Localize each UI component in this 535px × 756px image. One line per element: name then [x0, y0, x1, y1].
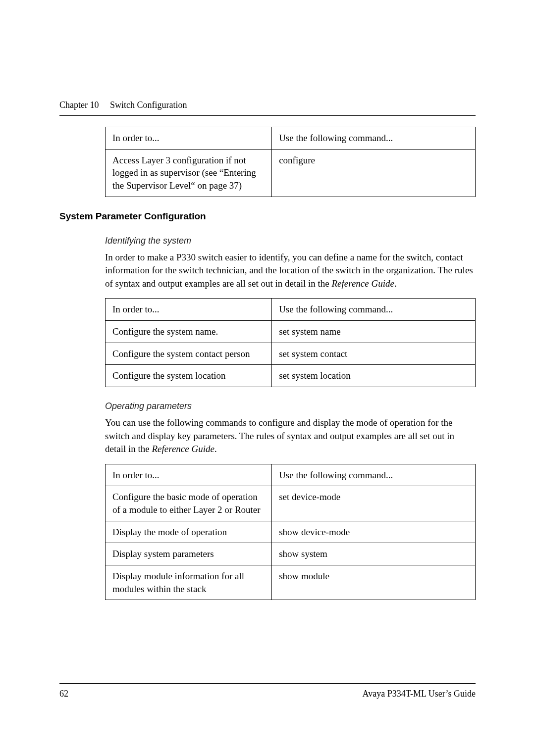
table-row: Configure the system location set system… — [106, 365, 476, 387]
paragraph-italic: Reference Guide — [152, 444, 214, 454]
table-header-row: In order to... Use the following command… — [106, 299, 476, 321]
table-cell: set device-mode — [272, 486, 476, 521]
paragraph-end: . — [394, 278, 397, 289]
body-paragraph: You can use the following commands to co… — [105, 416, 476, 456]
page-header: Chapter 10 Switch Configuration — [59, 100, 476, 110]
table-cell: set system location — [272, 365, 476, 387]
chapter-title: Switch Configuration — [110, 100, 187, 110]
table-cell: Configure the system contact person — [106, 343, 272, 365]
chapter-number: Chapter 10 — [59, 100, 99, 110]
paragraph-italic: Reference Guide — [331, 278, 394, 289]
table-header-row: In order to... Use the following command… — [106, 127, 476, 150]
table-cell: Configure the system name. — [106, 320, 272, 343]
paragraph-text: In order to make a P330 switch easier to… — [105, 252, 473, 289]
table-cell: configure — [272, 149, 476, 197]
table-header-cell: In order to... — [106, 127, 272, 150]
table-row: Access Layer 3 configuration if not logg… — [106, 149, 476, 197]
table-header-cell: Use the following command... — [272, 464, 476, 486]
table-cell: Access Layer 3 configuration if not logg… — [106, 149, 272, 197]
section-heading: System Parameter Configuration — [59, 211, 476, 222]
table-row: Display system parameters show system — [106, 543, 476, 565]
table-cell: show system — [272, 543, 476, 565]
table-cell: show device-mode — [272, 521, 476, 543]
table-cell: set system contact — [272, 343, 476, 365]
table-cell: Display module information for all modul… — [106, 565, 272, 600]
table-cell: show module — [272, 565, 476, 600]
page-number: 62 — [59, 689, 68, 699]
doc-title: Avaya P334T-ML User’s Guide — [363, 689, 476, 699]
table-cell: Display the mode of operation — [106, 521, 272, 543]
page-footer: 62 Avaya P334T-ML User’s Guide — [59, 683, 476, 699]
table-row: Display the mode of operation show devic… — [106, 521, 476, 543]
command-table-3: In order to... Use the following command… — [105, 464, 476, 600]
table-row: Display module information for all modul… — [106, 565, 476, 600]
table-row: Configure the system name. set system na… — [106, 320, 476, 343]
table-header-cell: In order to... — [106, 299, 272, 321]
table-cell: Configure the basic mode of operation of… — [106, 486, 272, 521]
table-header-cell: In order to... — [106, 464, 272, 486]
paragraph-end: . — [214, 444, 217, 454]
table-header-row: In order to... Use the following command… — [106, 464, 476, 486]
table-header-cell: Use the following command... — [272, 299, 476, 321]
table-cell: Display system parameters — [106, 543, 272, 565]
sub-heading: Operating parameters — [105, 401, 476, 411]
footer-divider — [59, 683, 476, 684]
table-row: Configure the basic mode of operation of… — [106, 486, 476, 521]
table-header-cell: Use the following command... — [272, 127, 476, 150]
table-cell: Configure the system location — [106, 365, 272, 387]
table-row: Configure the system contact person set … — [106, 343, 476, 365]
header-divider — [59, 115, 476, 116]
command-table-1: In order to... Use the following command… — [105, 127, 476, 197]
command-table-2: In order to... Use the following command… — [105, 298, 476, 387]
table-cell: set system name — [272, 320, 476, 343]
sub-heading: Identifying the system — [105, 236, 476, 246]
body-paragraph: In order to make a P330 switch easier to… — [105, 251, 476, 291]
